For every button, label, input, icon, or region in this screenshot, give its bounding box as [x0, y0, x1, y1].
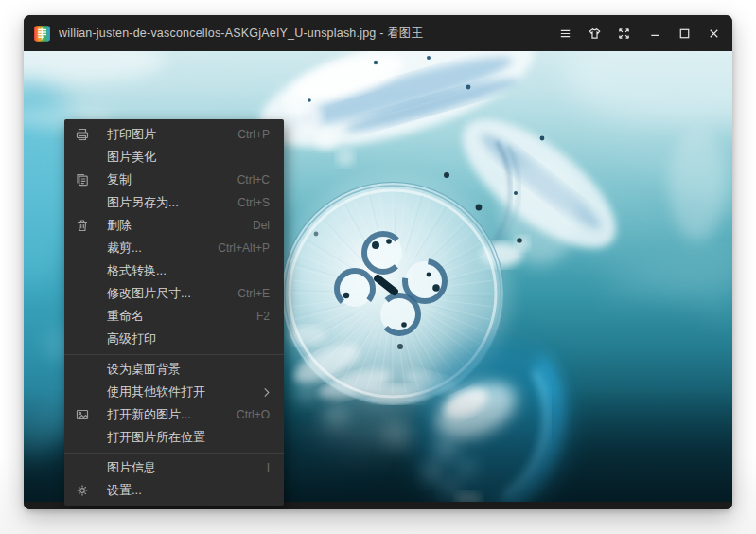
menu-item-label: 高级打印 [107, 330, 156, 347]
maximize-icon [677, 27, 692, 41]
menu-item-image-info[interactable]: 图片信息I [64, 456, 284, 479]
menu-item-label: 格式转换... [107, 262, 167, 279]
trash-icon [75, 218, 90, 233]
menu-item-advanced-print[interactable]: 高级打印 [64, 328, 284, 350]
menu-separator [64, 350, 284, 358]
menu-item-shortcut: Ctrl+P [237, 128, 270, 141]
menu-item-print-image[interactable]: 打印图片Ctrl+P [64, 123, 284, 146]
menu-item-shortcut: Ctrl+Alt+P [218, 241, 270, 255]
menu-item-shortcut: F2 [256, 310, 270, 323]
menu-item-label: 图片另存为... [107, 194, 179, 211]
gear-icon [75, 483, 90, 498]
titlebar-skin-theme-button[interactable] [580, 15, 609, 51]
titlebar-maximize-button[interactable] [670, 15, 699, 51]
menu-item-crop[interactable]: 裁剪...Ctrl+Alt+P [64, 237, 284, 259]
menu-item-beautify-image[interactable]: 图片美化 [64, 146, 284, 169]
menu-item-open-file-location[interactable]: 打开图片所在位置 [64, 426, 284, 449]
menu-item-copy[interactable]: 复制Ctrl+C [64, 169, 284, 191]
titlebar: willian-justen-de-vasconcellos-ASKGjAeIY… [24, 15, 732, 51]
menu-separator [64, 449, 284, 456]
menu-item-label: 删除 [107, 217, 132, 234]
tshirt-icon [588, 27, 602, 41]
menu-item-label: 重命名 [107, 308, 144, 325]
menu-item-shortcut: Ctrl+C [237, 173, 270, 187]
menu-item-label: 打开图片所在位置 [107, 429, 205, 446]
minimize-icon [648, 27, 662, 41]
context-menu: 打印图片Ctrl+P图片美化复制Ctrl+C图片另存为...Ctrl+S删除De… [64, 119, 284, 506]
menu-item-label: 设为桌面背景 [107, 361, 181, 378]
close-icon [707, 27, 721, 41]
image-icon [75, 407, 90, 422]
menu-item-label: 设置... [107, 482, 142, 499]
menu-item-label: 打开新的图片... [107, 406, 191, 423]
menu-item-open-with[interactable]: 使用其他软件打开 [64, 381, 284, 403]
viewer-window: willian-justen-de-vasconcellos-ASKGjAeIY… [24, 15, 732, 509]
titlebar-main-menu-button[interactable] [551, 15, 580, 51]
window-title: willian-justen-de-vasconcellos-ASKGjAeIY… [59, 26, 551, 42]
hamburger-icon [558, 27, 572, 41]
titlebar-close-button[interactable] [699, 15, 729, 51]
menu-item-label: 打印图片 [107, 126, 156, 143]
menu-item-shortcut: Ctrl+E [237, 287, 270, 300]
titlebar-controls [551, 15, 729, 51]
menu-item-shortcut: Ctrl+O [237, 408, 270, 421]
menu-item-set-as-wallpaper[interactable]: 设为桌面背景 [64, 358, 284, 381]
screenshot-page: willian-justen-de-vasconcellos-ASKGjAeIY… [0, 0, 756, 534]
menu-item-shortcut: Del [253, 219, 270, 232]
menu-item-label: 图片美化 [107, 149, 156, 166]
app-logo-icon [33, 25, 51, 43]
menu-item-label: 复制 [107, 171, 132, 188]
menu-item-label: 裁剪... [107, 240, 142, 257]
fullscreen-icon [617, 27, 631, 41]
menu-item-label: 图片信息 [107, 459, 156, 476]
titlebar-minimize-button[interactable] [641, 15, 670, 51]
printer-icon [75, 127, 90, 142]
menu-item-settings[interactable]: 设置... [64, 479, 284, 502]
menu-item-format-convert[interactable]: 格式转换... [64, 259, 284, 282]
menu-item-shortcut: Ctrl+S [237, 196, 270, 209]
menu-item-shortcut: I [267, 461, 270, 474]
titlebar-fullscreen-button[interactable] [609, 15, 639, 51]
menu-item-label: 使用其他软件打开 [107, 383, 205, 400]
chevron-right-icon [261, 388, 273, 400]
menu-item-open-new-image[interactable]: 打开新的图片...Ctrl+O [64, 403, 284, 426]
photo-viewport[interactable]: 打印图片Ctrl+P图片美化复制Ctrl+C图片另存为...Ctrl+S删除De… [24, 51, 732, 502]
menu-item-resize-image[interactable]: 修改图片尺寸...Ctrl+E [64, 282, 284, 305]
copy-icon [75, 172, 90, 187]
menu-item-rename[interactable]: 重命名F2 [64, 305, 284, 328]
faint-right-jellyfish [669, 127, 726, 240]
menu-item-save-image-as[interactable]: 图片另存为...Ctrl+S [64, 191, 284, 214]
menu-item-delete[interactable]: 删除Del [64, 214, 284, 237]
menu-item-label: 修改图片尺寸... [107, 285, 191, 302]
